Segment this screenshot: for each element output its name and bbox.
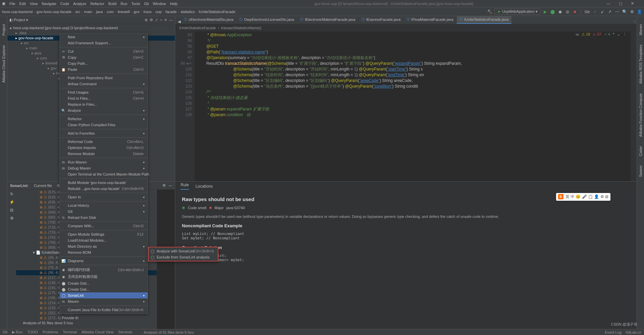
ctx-item[interactable]: Arthas Command	[60, 81, 148, 87]
settings-icon[interactable]: ⚙	[10, 216, 14, 221]
filter-icon[interactable]: ⚡	[9, 200, 14, 204]
ctx-item[interactable]: 📊Diagrams	[60, 258, 148, 264]
sub-item[interactable]: ◯Analyze with SonarLintCtrl+Shift+S	[149, 248, 218, 254]
ctx-item[interactable]: Mark Directory as	[60, 243, 148, 249]
ctx-item[interactable]: ↻Reload from Disk	[60, 214, 148, 221]
tool-window-tab[interactable]: Project	[1, 23, 6, 37]
ctx-item[interactable]: Load/Unload Modules...	[60, 237, 148, 243]
ctx-item[interactable]: Refactor	[60, 116, 148, 122]
ctx-item[interactable]: Convert Java File to Kotlin FileCtrl+Alt…	[60, 307, 148, 313]
ctx-item[interactable]: Add to Favorites	[60, 130, 148, 136]
ctx-item[interactable]: Add Framework Support...	[60, 40, 148, 46]
ctx-item[interactable]: Local History	[60, 202, 148, 208]
sub-item[interactable]: ◯Exclude from SonarLint analysis	[149, 254, 218, 260]
menu-refactor[interactable]: Refactor	[90, 2, 104, 6]
menu-window[interactable]: Window	[153, 2, 166, 6]
profile-icon[interactable]: ◎	[565, 9, 570, 14]
ctx-item[interactable]: ⬤Create Gist...	[60, 286, 148, 292]
run-icon[interactable]: ▶	[543, 9, 548, 14]
ctx-item[interactable]: Copy Path...	[60, 60, 148, 66]
hide-icon[interactable]: —	[168, 183, 172, 188]
editor-tab[interactable]: ⒾIExpressFacade.java	[359, 16, 403, 24]
menu-code[interactable]: Code	[60, 2, 69, 6]
editor-tab[interactable]: ⒾIFlowMaterialFacade.java	[404, 16, 456, 24]
ctx-item[interactable]: Open Module SettingsF12	[60, 231, 148, 237]
ctx-item[interactable]: ⬤Create Gist...	[60, 280, 148, 286]
rule-tab[interactable]: Rule	[181, 183, 189, 190]
tool-window-tab[interactable]: Alibaba Cloud Explorer	[1, 44, 6, 84]
breadcrumb[interactable]: hoox-uop-backend › gov-hoox-uop-facade ›…	[2, 10, 235, 14]
sonar-tab-current[interactable]: Current file	[34, 184, 52, 188]
settings-icon[interactable]: ⚙	[629, 9, 635, 14]
ctx-item[interactable]: ◉关闭实时检测功能	[60, 273, 148, 280]
ctx-item[interactable]: Open Terminal at the Current Maven Modul…	[60, 171, 148, 177]
refresh-icon[interactable]: ↻	[10, 192, 13, 196]
ctx-item[interactable]: ◯SonarLint	[60, 292, 148, 298]
tool-window-tab[interactable]: Coder	[638, 145, 643, 157]
ctx-item[interactable]: Clean Python Compiled Files	[60, 122, 148, 128]
ctx-item[interactable]: Find UsagesCtrl+G	[60, 89, 148, 95]
expand-icon[interactable]: ⊟	[10, 208, 13, 212]
window-max[interactable]: ▢	[619, 1, 622, 6]
tool-window-tab[interactable]: Swarm	[638, 164, 643, 178]
git-update-icon[interactable]: ✓	[592, 9, 598, 14]
ctx-item[interactable]: ✂CutCtrl+X	[60, 48, 148, 54]
sonarlint-submenu[interactable]: ◯Analyze with SonarLintCtrl+Shift+S◯Excl…	[148, 247, 218, 261]
ctx-item[interactable]: Remove BOM	[60, 249, 148, 255]
ctx-item[interactable]: mMaven	[60, 298, 148, 304]
menu-tools[interactable]: Tools	[131, 2, 140, 6]
ctx-item[interactable]: Compare With...Ctrl+D	[60, 223, 148, 229]
ime-floatbar[interactable]: S英 中 😊 🎤 📋 👤 ⚙ ⊞	[556, 193, 610, 201]
ctx-item[interactable]: Git	[60, 208, 148, 214]
menu-run[interactable]: Run	[120, 2, 127, 6]
ctx-item[interactable]: Reformat CodeCtrl+Alt+L	[60, 139, 148, 145]
menu-help[interactable]: Help	[170, 2, 178, 6]
ctx-item[interactable]: 🔍Analyze	[60, 107, 148, 113]
window-min[interactable]: —	[606, 1, 610, 6]
ctx-item[interactable]: New	[60, 34, 148, 40]
ctx-item[interactable]: Optimize ImportsCtrl+Alt+O	[60, 145, 148, 151]
tree-row[interactable]: ▸ hoox-uop-backend [gov-hoox-uop] D:\pro…	[7, 26, 175, 31]
ctx-item[interactable]: Rebuild ...gov-hoox-uop-facade'Ctrl+Shif…	[60, 186, 148, 192]
ctx-item[interactable]: mRun Maven	[60, 159, 148, 165]
editor-tab[interactable]: ⒾIElectronicMaterialFacade.java	[297, 16, 358, 24]
menu-analyze[interactable]: Analyze	[73, 2, 86, 6]
build-icon[interactable]: 🔨	[487, 9, 492, 14]
menu-view[interactable]: View	[30, 2, 38, 6]
more-icon[interactable]: ⋯	[614, 9, 620, 14]
sonar-issue[interactable]: ⊗ ⚠ (272, 4) Provide th	[16, 316, 157, 321]
editor-tab[interactable]: ⒾcElectronicMaterialDto.java	[181, 16, 236, 24]
run-config[interactable]: ► UopWebApplication ▾	[494, 8, 540, 15]
ctx-item[interactable]: 📋PasteCtrl+V	[60, 66, 148, 73]
window-close[interactable]: ✕	[631, 1, 634, 6]
ctx-item[interactable]: Path From Repository Root	[60, 75, 148, 81]
git-push-icon[interactable]: ↗	[607, 9, 612, 14]
ctx-item[interactable]: ⧉CopyCtrl+C	[60, 54, 148, 60]
coverage-icon[interactable]: ◉	[557, 9, 563, 14]
debug-icon[interactable]: ⬤	[550, 9, 555, 14]
menu-build[interactable]: Build	[108, 2, 116, 6]
project-tab[interactable]: ◧ Project ▾	[9, 18, 28, 22]
editor-tab[interactable]: ⒾIUniteStatisticsFacade.java	[457, 16, 511, 24]
inlay-icon[interactable]: ▭	[576, 32, 579, 37]
git-pull-icon[interactable]: ↙	[600, 9, 605, 14]
tool-window-tab[interactable]: Alibaba Function Compute	[638, 92, 643, 138]
menu-navigate[interactable]: Navigate	[42, 2, 56, 6]
menu-git[interactable]: Git	[144, 2, 149, 6]
ctx-item[interactable]: mDebug Maven	[60, 165, 148, 171]
menu-edit[interactable]: Edit	[19, 2, 26, 6]
menu-icon[interactable]: ⋮	[623, 32, 627, 37]
ctx-item[interactable]: Remove ModuleDelete	[60, 151, 148, 157]
ctx-item[interactable]: ◉编码规约扫描Ctrl+Alt+Shift+J	[60, 266, 148, 273]
avatar-icon[interactable]: 👤	[637, 9, 642, 14]
ctx-item[interactable]: Open In	[60, 194, 148, 200]
ctx-item[interactable]: Build Module 'gov-hoox-uop-facade'	[60, 180, 148, 186]
editor-breadcrumb[interactable]: IUniteStatisticsFacade › transactStatist…	[175, 24, 637, 32]
editor-tab[interactable]: ⒾOwpElectronicLicenseDto.java	[237, 16, 297, 24]
context-menu[interactable]: NewAdd Framework Support...✂CutCtrl+X⧉Co…	[59, 33, 148, 314]
tool-window-tab[interactable]: Alibaba ROS Templates	[638, 43, 643, 85]
locations-tab[interactable]: Locations	[196, 184, 213, 189]
tool-window-tab[interactable]: Maven	[638, 23, 643, 37]
editor-tabs[interactable]: ◀ⒾcElectronicMaterialDto.javaⒾOwpElectro…	[175, 16, 637, 24]
ctx-item[interactable]: Find in Files...Ctrl+H	[60, 95, 148, 101]
